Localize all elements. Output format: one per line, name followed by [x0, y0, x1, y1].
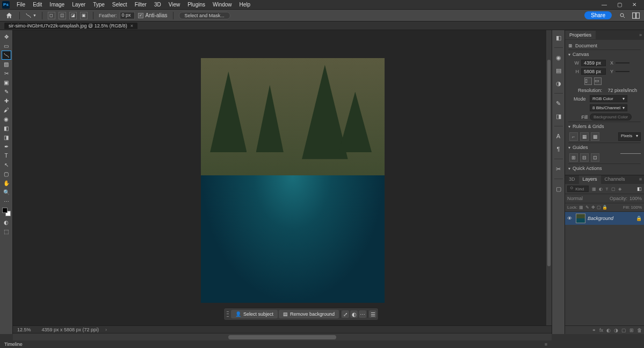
- filter-toggle[interactable]: ◧: [637, 186, 642, 191]
- status-arrow-icon[interactable]: ›: [105, 327, 107, 332]
- window-minimize[interactable]: —: [597, 2, 612, 8]
- height-input[interactable]: 5808 px: [581, 68, 606, 75]
- canvas-section[interactable]: ▾Canvas: [568, 49, 641, 59]
- menu-help[interactable]: Help: [236, 1, 255, 9]
- color-panel-icon[interactable]: ◧: [554, 33, 563, 42]
- close-tab-icon[interactable]: ×: [131, 23, 133, 29]
- depth-select[interactable]: 8 Bits/Channel▾: [590, 104, 627, 111]
- mask-icon[interactable]: ◐: [606, 328, 611, 333]
- hand-tool[interactable]: ✋: [2, 179, 11, 188]
- quick-mask-icon[interactable]: ◐: [2, 218, 11, 227]
- guide-option1-icon[interactable]: ⊞: [569, 153, 578, 162]
- rulers-section[interactable]: ▾Rulers & Grids: [568, 122, 641, 131]
- workspace-icon[interactable]: [632, 12, 640, 19]
- menu-plugins[interactable]: Plugins: [184, 1, 209, 9]
- opacity-value[interactable]: 100%: [629, 196, 642, 201]
- menu-layer[interactable]: Layer: [68, 1, 89, 9]
- blend-mode-select[interactable]: Normal: [567, 196, 607, 201]
- brush-tool[interactable]: 🖌: [2, 105, 11, 115]
- more-icon[interactable]: ⋯: [359, 310, 366, 318]
- delete-layer-icon[interactable]: 🗑: [637, 328, 642, 333]
- styles-panel-icon[interactable]: ◨: [554, 112, 563, 120]
- menu-type[interactable]: Type: [89, 1, 108, 9]
- layer-background[interactable]: 👁 Background 🔒: [565, 212, 644, 225]
- marquee-tool[interactable]: ▭: [2, 41, 11, 51]
- guide-color-swatch[interactable]: [620, 153, 641, 154]
- panel-menu-icon[interactable]: »: [637, 32, 644, 38]
- filter-type-icon[interactable]: T: [604, 186, 610, 191]
- swatches-panel-icon[interactable]: ◉: [554, 53, 563, 62]
- document-tab[interactable]: sir-simo-iNGbHU7v22k-unsplash.jpg @ 12.5…: [4, 23, 138, 29]
- home-button[interactable]: [4, 12, 14, 19]
- share-button[interactable]: Share: [584, 11, 612, 19]
- timeline-panel-tab[interactable]: Timeline≡: [0, 340, 552, 348]
- fx-icon[interactable]: fx: [599, 328, 603, 333]
- filter-adjust-icon[interactable]: ◐: [598, 186, 603, 191]
- move-tool[interactable]: ✥: [2, 32, 11, 41]
- filter-shape-icon[interactable]: ▢: [611, 186, 616, 191]
- width-input[interactable]: 4359 px: [581, 60, 606, 66]
- horizontal-scrollbar[interactable]: [13, 333, 552, 340]
- guide-option3-icon[interactable]: ⊡: [591, 153, 599, 162]
- menu-3d[interactable]: 3D: [150, 1, 165, 9]
- mode-select[interactable]: RGB Color▾: [590, 95, 627, 102]
- paragraph-panel-icon[interactable]: ¶: [554, 145, 563, 153]
- menu-filter[interactable]: Filter: [131, 1, 150, 9]
- guide-option2-icon[interactable]: ⊟: [580, 153, 589, 162]
- properties-icon[interactable]: ☰: [369, 310, 377, 318]
- screen-mode-icon[interactable]: ⬚: [2, 227, 11, 236]
- actions-panel-icon[interactable]: ✂: [554, 165, 563, 173]
- menu-view[interactable]: View: [165, 1, 184, 9]
- visibility-icon[interactable]: 👁: [567, 216, 574, 221]
- add-selection-icon[interactable]: ◫: [59, 12, 66, 19]
- new-selection-icon[interactable]: ◻: [48, 12, 55, 19]
- type-tool[interactable]: T: [2, 151, 11, 160]
- lasso-tool[interactable]: [2, 51, 11, 60]
- more-tools-icon[interactable]: ⋯: [2, 197, 11, 206]
- units-select[interactable]: Pixels▾: [618, 132, 641, 141]
- tab-3d[interactable]: 3D: [565, 175, 579, 184]
- lock-icon[interactable]: 🔒: [636, 216, 642, 221]
- filter-smart-icon[interactable]: ◈: [617, 186, 623, 191]
- quick-actions-section[interactable]: ▾Quick Actions: [568, 164, 641, 173]
- tab-channels[interactable]: Channels: [601, 175, 629, 184]
- layers-menu-icon[interactable]: ≡: [637, 175, 644, 184]
- zoom-tool[interactable]: 🔍: [2, 188, 11, 197]
- remove-background-button[interactable]: ▤Remove background: [279, 310, 339, 318]
- gradient-tool[interactable]: ◨: [2, 133, 11, 142]
- tab-layers[interactable]: Layers: [579, 175, 601, 184]
- fill-button[interactable]: Background Color: [590, 113, 632, 120]
- libraries-panel-icon[interactable]: ▢: [554, 184, 563, 193]
- shape-tool[interactable]: ▢: [2, 169, 11, 179]
- select-subject-button[interactable]: 👤Select subject: [231, 310, 278, 318]
- healing-tool[interactable]: ✚: [2, 96, 11, 105]
- drag-handle-icon[interactable]: [227, 310, 229, 318]
- link-layers-icon[interactable]: ⚭: [592, 328, 596, 333]
- zoom-value[interactable]: 12.5%: [17, 327, 31, 332]
- adjustment-layer-icon[interactable]: ◑: [614, 328, 618, 333]
- path-tool[interactable]: ↖: [2, 160, 11, 169]
- select-and-mask-button[interactable]: Select and Mask...: [179, 12, 230, 19]
- portrait-orientation[interactable]: ▯: [584, 77, 592, 85]
- x-input[interactable]: [616, 62, 629, 63]
- layer-thumbnail[interactable]: [576, 214, 585, 223]
- search-icon[interactable]: [619, 12, 626, 19]
- lock-position-icon[interactable]: ✥: [590, 205, 596, 210]
- landscape-orientation[interactable]: ▭: [594, 77, 602, 85]
- antialias-checkbox[interactable]: ✓Anti-alias: [138, 12, 167, 18]
- vertical-scrollbar[interactable]: [546, 30, 552, 325]
- menu-window[interactable]: Window: [209, 1, 236, 9]
- properties-tab[interactable]: Properties: [565, 31, 596, 39]
- menu-file[interactable]: File: [13, 1, 29, 9]
- crop-tool[interactable]: ✂: [2, 69, 11, 78]
- clone-tool[interactable]: ◉: [2, 115, 11, 124]
- color-swatch[interactable]: [2, 206, 11, 218]
- adjustments-panel-icon[interactable]: ✎: [554, 99, 563, 108]
- guides-icon[interactable]: ▩: [591, 132, 599, 141]
- adjust-icon[interactable]: ◐: [350, 310, 358, 318]
- feather-input[interactable]: 0 px: [120, 12, 135, 19]
- pen-tool[interactable]: ✒: [2, 142, 11, 151]
- lock-artboard-icon[interactable]: ▢: [596, 205, 602, 210]
- window-maximize[interactable]: ▢: [612, 2, 627, 8]
- intersect-selection-icon[interactable]: ▣: [80, 12, 88, 19]
